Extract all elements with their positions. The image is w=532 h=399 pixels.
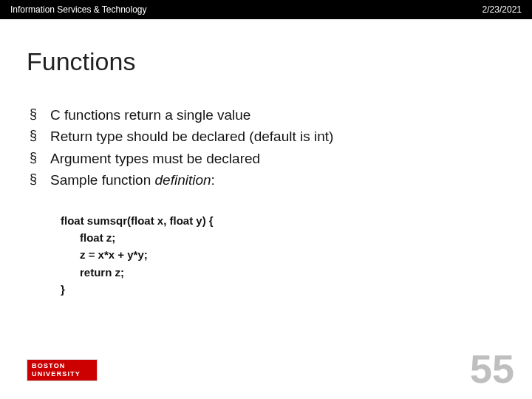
logo-line2: UNIVERSITY bbox=[32, 370, 97, 378]
code-line: float z; bbox=[61, 229, 505, 246]
header-bar: Information Services & Technology 2/23/2… bbox=[0, 0, 532, 19]
page-title: Functions bbox=[27, 47, 505, 76]
bullet-item: Return type should be declared (default … bbox=[30, 126, 505, 147]
bullet-list: C functions return a single value Return… bbox=[30, 104, 505, 191]
bullet-item: Argument types must be declared bbox=[30, 148, 505, 169]
code-line: float sumsqr(float x, float y) { bbox=[61, 212, 505, 229]
code-line: z = x*x + y*y; bbox=[61, 246, 505, 263]
bullet4-prefix: Sample function bbox=[50, 172, 155, 188]
bullet-item: Sample function definition: bbox=[30, 169, 505, 191]
code-sample: float sumsqr(float x, float y) { float z… bbox=[61, 212, 505, 298]
logo-line1: BOSTON bbox=[32, 362, 97, 370]
header-left: Information Services & Technology bbox=[10, 4, 147, 15]
code-line: } bbox=[61, 281, 505, 298]
page-number: 55 bbox=[470, 346, 514, 392]
bullet4-italic: definition bbox=[155, 172, 211, 188]
slide-content: Functions C functions return a single va… bbox=[0, 19, 532, 298]
bullet-item: C functions return a single value bbox=[30, 104, 505, 126]
header-date: 2/23/2021 bbox=[482, 4, 522, 15]
code-line: return z; bbox=[61, 264, 505, 281]
bullet4-suffix: : bbox=[211, 172, 215, 188]
bu-logo: BOSTON UNIVERSITY bbox=[27, 359, 98, 381]
